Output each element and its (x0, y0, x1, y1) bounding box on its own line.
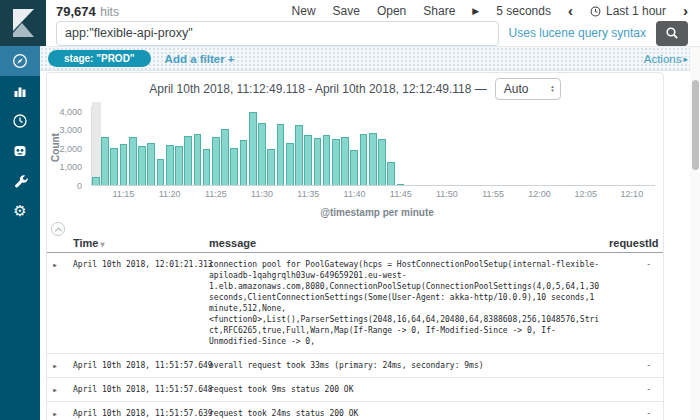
sidebar-item-timelion[interactable] (0, 106, 40, 136)
actions-button[interactable]: Actions ▸ (644, 53, 688, 65)
y-tick-label: 0 (77, 181, 82, 191)
histogram-bar[interactable] (221, 129, 229, 185)
hits-value: 79,674 (56, 4, 96, 19)
histogram-bar[interactable] (295, 125, 303, 185)
kibana-logo[interactable] (0, 0, 46, 46)
table-row[interactable]: ▶April 10th 2018, 11:51:57.639request to… (47, 402, 663, 420)
expand-row-icon[interactable]: ▶ (53, 261, 57, 268)
sidebar-item-management[interactable]: ⚙ (0, 196, 40, 226)
histogram-bar[interactable] (258, 123, 266, 185)
histogram-plot (91, 106, 655, 186)
open-button[interactable]: Open (377, 4, 406, 18)
row-time: April 10th 2018, 11:51:57.648 (63, 384, 209, 395)
row-requestid: - (609, 259, 663, 270)
histogram-bar[interactable] (166, 145, 174, 185)
histogram-bar[interactable] (120, 144, 128, 185)
chevron-left-icon[interactable]: ‹ (568, 6, 573, 16)
table-row[interactable]: ▶April 10th 2018, 11:51:57.649overall re… (47, 354, 663, 378)
column-header-message: message (209, 237, 609, 249)
histogram-bar[interactable] (369, 133, 377, 185)
time-range-header-row: April 10th 2018, 11:12:49.118 - April 10… (47, 76, 663, 102)
histogram-bar[interactable] (378, 139, 386, 185)
row-message: connection pool for PoolGateway(hcps = H… (209, 259, 609, 347)
filter-pill-stage[interactable]: stage: "PROD" (48, 50, 151, 67)
bar-chart-icon (12, 83, 28, 99)
histogram-bar[interactable] (110, 148, 118, 185)
scrollbar-track[interactable] (690, 48, 700, 420)
histogram-bar[interactable] (304, 135, 312, 185)
histogram-bar[interactable] (157, 159, 165, 185)
top-bar: 79,674 hits New Save Open Share ▶ 5 seco… (46, 0, 700, 46)
sidebar-item-devtools[interactable] (0, 136, 40, 166)
kibana-logo-icon (0, 0, 46, 46)
scrollbar-thumb[interactable] (692, 80, 699, 170)
play-icon[interactable]: ▶ (472, 6, 479, 16)
histogram-bar[interactable] (147, 143, 155, 185)
sidebar-item-discover[interactable] (0, 46, 40, 76)
table-row[interactable]: ▶April 10th 2018, 12:01:21.313connection… (47, 253, 663, 354)
histogram-bar[interactable] (286, 143, 294, 185)
expand-row-icon[interactable]: ▶ (53, 410, 57, 417)
histogram-bar[interactable] (194, 134, 202, 185)
histogram-bar[interactable] (240, 140, 248, 185)
histogram-bar[interactable] (323, 135, 331, 185)
app-sidebar: ⚙ (0, 46, 40, 420)
share-button[interactable]: Share (423, 4, 455, 18)
expand-row-icon[interactable]: ▶ (53, 362, 57, 369)
histogram-bar[interactable] (397, 184, 405, 185)
histogram-bar[interactable] (230, 148, 238, 185)
x-tick-label: 11:40 (344, 189, 366, 199)
expander-cell: ▶ (47, 360, 63, 371)
x-tick-label: 11:55 (482, 189, 504, 199)
table-row[interactable]: ▶April 10th 2018, 11:51:57.648request to… (47, 378, 663, 402)
x-tick-label: 12:05 (574, 189, 597, 199)
mask-icon (12, 143, 28, 159)
histogram-bar[interactable] (138, 146, 146, 185)
lucene-syntax-link[interactable]: Uses lucene query syntax (509, 26, 646, 40)
histogram-bar[interactable] (203, 149, 211, 185)
x-tick-label: 11:25 (205, 189, 227, 199)
chevron-right-icon[interactable]: › (683, 6, 688, 16)
histogram-bar[interactable] (277, 124, 285, 185)
sidebar-item-tools[interactable] (0, 166, 40, 196)
sidebar-item-visualize[interactable] (0, 76, 40, 106)
collapse-histogram-button[interactable] (51, 222, 65, 236)
histogram-bar[interactable] (360, 134, 368, 185)
search-icon (665, 26, 679, 40)
histogram-bar[interactable] (184, 136, 192, 185)
y-tick-label: 4,000 (59, 107, 82, 117)
histogram-bar[interactable] (350, 150, 358, 185)
gear-icon: ⚙ (13, 202, 26, 220)
search-submit-button[interactable] (656, 21, 688, 46)
histogram-bar[interactable] (92, 177, 100, 185)
refresh-interval-button[interactable]: 5 seconds (496, 4, 551, 18)
x-tick-label: 11:35 (297, 189, 319, 199)
histogram-bar[interactable] (175, 146, 183, 186)
histogram-bar[interactable] (332, 139, 340, 185)
histogram-bar[interactable] (249, 112, 257, 185)
interval-select[interactable]: Auto ▲▼ (495, 78, 561, 100)
x-axis: 11:1511:2011:2511:3011:3511:4011:4511:50… (91, 189, 655, 201)
expand-row-icon[interactable]: ▶ (53, 386, 57, 393)
histogram-bar[interactable] (341, 137, 349, 185)
histogram-bar[interactable] (267, 149, 275, 185)
histogram-bar[interactable] (212, 137, 220, 185)
expander-cell: ▶ (47, 408, 63, 419)
time-range-header: April 10th 2018, 11:12:49.118 - April 10… (149, 82, 487, 96)
histogram-bar[interactable] (101, 137, 109, 185)
x-axis-label: @timestamp per minute (91, 207, 663, 218)
x-tick-label: 12:10 (621, 189, 644, 199)
select-updown-icon: ▲▼ (550, 85, 554, 94)
new-button[interactable]: New (292, 4, 316, 18)
top-menu: New Save Open Share ▶ 5 seconds ‹ Last 1… (292, 4, 688, 18)
histogram-bar[interactable] (387, 162, 395, 185)
save-button[interactable]: Save (333, 4, 360, 18)
x-tick-label: 11:15 (112, 189, 134, 199)
histogram-bar[interactable] (129, 137, 137, 185)
add-filter-button[interactable]: Add a filter + (165, 53, 235, 65)
search-input[interactable] (56, 21, 499, 46)
row-requestid: - (609, 384, 663, 395)
time-range-button[interactable]: Last 1 hour (590, 4, 666, 18)
column-header-time[interactable]: Time▾ (63, 237, 209, 249)
histogram-bar[interactable] (314, 138, 322, 185)
